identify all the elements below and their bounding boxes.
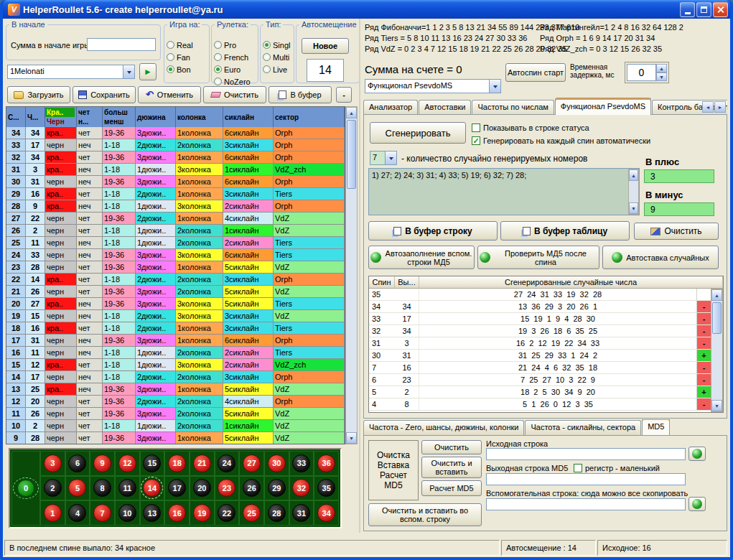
- board-number-15[interactable]: 15: [140, 451, 165, 476]
- board-number-1[interactable]: 1: [40, 500, 65, 526]
- to-buffer-button[interactable]: В буфер: [269, 86, 332, 103]
- generated-row[interactable]: 3527 24 31 33 19 32 28: [369, 289, 711, 301]
- radio-option-Euro[interactable]: Euro: [214, 63, 257, 75]
- spin-up-button[interactable]: ▲: [656, 64, 667, 73]
- history-row[interactable]: 1731черннеч19-363дюжи..1колонка6сиклайнO…: [6, 335, 345, 347]
- generated-row[interactable]: 323419 3 26 18 6 35 25-: [369, 325, 711, 337]
- history-header-col1[interactable]: Ч...: [26, 107, 45, 127]
- history-header-col8[interactable]: сектор: [274, 107, 345, 127]
- scroll-up-button[interactable]: ▲: [629, 169, 638, 181]
- board-number-22[interactable]: 22: [215, 500, 240, 526]
- board-number-5[interactable]: 5: [65, 476, 90, 501]
- tab-Автоставки[interactable]: Автоставки: [419, 100, 471, 115]
- history-row[interactable]: 3031черннеч19-363дюжи..1колонка6сиклайнO…: [6, 176, 345, 188]
- board-number-35[interactable]: 35: [314, 476, 339, 501]
- history-row[interactable]: 2511черннеч1-181дюжи..2колонка2сиклайнTi…: [6, 237, 345, 249]
- scrollbar-thumb[interactable]: [712, 302, 722, 334]
- dropdown-arrow-icon[interactable]: [123, 65, 134, 78]
- md5-calc-button[interactable]: Расчет MD5: [421, 480, 482, 496]
- tab-scroll-right-button[interactable]: ►: [714, 101, 726, 113]
- board-number-7[interactable]: 7: [90, 500, 115, 526]
- board-number-29[interactable]: 29: [264, 476, 289, 501]
- tab-Частота - сиклайны, сектора[interactable]: Частота - сиклайны, сектора: [525, 420, 641, 435]
- radio-option-Singl[interactable]: Singl: [263, 39, 293, 51]
- generated-table-scrollbar[interactable]: ▲ ▼: [711, 289, 723, 412]
- undo-button[interactable]: ↶ Отменить: [138, 86, 201, 103]
- play-button[interactable]: ►: [139, 63, 157, 80]
- board-number-30[interactable]: 30: [264, 451, 289, 476]
- show-status-checkbox[interactable]: Показывать в строке статуса: [472, 122, 589, 134]
- textarea-scrollbar[interactable]: ▲ ▼: [628, 169, 639, 215]
- board-number-8[interactable]: 8: [90, 476, 115, 501]
- board-number-10[interactable]: 10: [115, 500, 140, 526]
- tab-Частота - Zero, шансы, дюжины, колонки[interactable]: Частота - Zero, шансы, дюжины, колонки: [363, 420, 524, 435]
- history-row[interactable]: 2126чернчет19-363дюжи..2колонка5сиклайнV…: [6, 286, 345, 298]
- history-header-col2[interactable]: Кра..Черн: [45, 107, 77, 127]
- panel-splitter[interactable]: [359, 19, 360, 533]
- history-row[interactable]: 1126чернчет19-363дюжи..2колонка5сиклайнV…: [6, 408, 345, 420]
- history-row[interactable]: 1816кра..чет1-182дюжи..1колонка3сиклайнT…: [6, 322, 345, 335]
- history-row[interactable]: 2214кра..чет1-182дюжи..2колонка3сиклайнO…: [6, 274, 345, 286]
- board-number-3[interactable]: 3: [40, 451, 65, 476]
- aux-string-input[interactable]: [486, 498, 686, 510]
- history-row[interactable]: 3434кра..чет19-363дюжи..1колонка6сиклайн…: [6, 127, 345, 139]
- history-row[interactable]: 2328чернчет19-363дюжи..1колонка5сиклайнV…: [6, 261, 345, 274]
- source-paste-button[interactable]: [688, 447, 706, 461]
- gen-header-spin[interactable]: Спин: [369, 276, 395, 289]
- history-row[interactable]: 1325кра..неч19-363дюжи..1колонка5сиклайн…: [6, 383, 345, 396]
- board-number-11[interactable]: 11: [115, 476, 140, 501]
- start-sum-input[interactable]: [87, 38, 156, 51]
- minimize-button[interactable]: [680, 2, 695, 17]
- radio-option-Pro[interactable]: Pro: [214, 39, 257, 51]
- board-number-24[interactable]: 24: [215, 451, 240, 476]
- title-bar[interactable]: V HelperRoullet 5.6- create helperroulle…: [3, 0, 730, 19]
- delay-value[interactable]: 0: [627, 64, 656, 81]
- board-number-33[interactable]: 33: [289, 451, 314, 476]
- board-number-28[interactable]: 28: [264, 500, 289, 526]
- history-header-col5[interactable]: дюжина: [136, 107, 176, 127]
- history-header-col4[interactable]: большменш: [103, 107, 136, 127]
- save-button[interactable]: Сохранить: [73, 86, 136, 103]
- gen-header-out[interactable]: Вы...: [395, 276, 419, 289]
- auto-generate-checkbox[interactable]: ✓ Генерировать на каждый спин автоматиче…: [472, 135, 650, 146]
- history-row[interactable]: 2916кра..чет1-182дюжи..1колонка3сиклайнT…: [6, 188, 345, 200]
- history-row[interactable]: 2433черннеч19-363дюжи..3колонка6сиклайнT…: [6, 249, 345, 261]
- clear-button[interactable]: Очистить: [203, 86, 266, 103]
- scroll-up-button[interactable]: ▲: [346, 107, 357, 118]
- board-number-14[interactable]: 14: [140, 476, 165, 501]
- history-row[interactable]: 2027кра..неч19-363дюжи..3колонка5сиклайн…: [6, 298, 345, 310]
- scrollbar-track[interactable]: [711, 301, 722, 400]
- radio-option-French[interactable]: French: [214, 51, 257, 63]
- board-number-2[interactable]: 2: [40, 476, 65, 501]
- tab-Частоты по числам[interactable]: Частоты по числам: [472, 100, 554, 115]
- board-number-18[interactable]: 18: [164, 451, 190, 476]
- history-row[interactable]: 102чернчет1-181дюжи..2колонка1сиклайнVdZ: [6, 420, 345, 432]
- dropdown-arrow-icon[interactable]: [385, 151, 396, 164]
- history-row[interactable]: 3317черннеч1-182дюжи..2колонка3сиклайнOr…: [6, 139, 345, 151]
- generated-numbers-textarea[interactable]: 1) 27; 2) 24; 3) 31; 4) 33; 5) 19; 6) 32…: [368, 168, 640, 215]
- history-row[interactable]: 1915черннеч1-182дюжи..3колонка3сиклайнVd…: [6, 310, 345, 322]
- history-row[interactable]: 3234кра..чет19-363дюжи..1колонка6сиклайн…: [6, 151, 345, 164]
- tab-Анализатор[interactable]: Анализатор: [363, 100, 418, 115]
- board-number-4[interactable]: 4: [65, 500, 90, 526]
- maximize-button[interactable]: [696, 2, 711, 17]
- generated-row[interactable]: 71621 24 4 6 32 35 18-: [369, 362, 711, 374]
- history-row[interactable]: 1220чернчет19-362дюжи..2колонка4сиклайнO…: [6, 396, 345, 408]
- board-number-9[interactable]: 9: [90, 451, 115, 476]
- autofill-md5-button[interactable]: Автозаполнение вспом. строки МД5: [368, 246, 475, 269]
- load-button[interactable]: Загрузить: [7, 86, 70, 103]
- aux-paste-button[interactable]: [688, 497, 706, 511]
- generated-row[interactable]: 343413 36 29 3 20 26 1-: [369, 301, 711, 313]
- generated-row[interactable]: 5218 2 5 30 34 9 20+: [369, 386, 711, 398]
- history-row[interactable]: 928чернчет19-363дюжи..1колонка5сиклайнVd…: [6, 432, 345, 444]
- board-number-20[interactable]: 20: [190, 476, 215, 501]
- board-number-17[interactable]: 17: [164, 476, 190, 501]
- board-number-27[interactable]: 27: [239, 451, 264, 476]
- autospin-start-button[interactable]: Автоспин старт: [505, 63, 566, 82]
- generated-row[interactable]: 6237 25 27 10 3 22 9-: [369, 374, 711, 386]
- board-number-36[interactable]: 36: [314, 451, 339, 476]
- radio-option-Real[interactable]: Real: [167, 39, 208, 51]
- gen-header-numbers[interactable]: Сгенерированные случайные числа: [419, 276, 723, 289]
- board-number-12[interactable]: 12: [115, 451, 140, 476]
- scroll-down-button[interactable]: ▼: [711, 400, 722, 411]
